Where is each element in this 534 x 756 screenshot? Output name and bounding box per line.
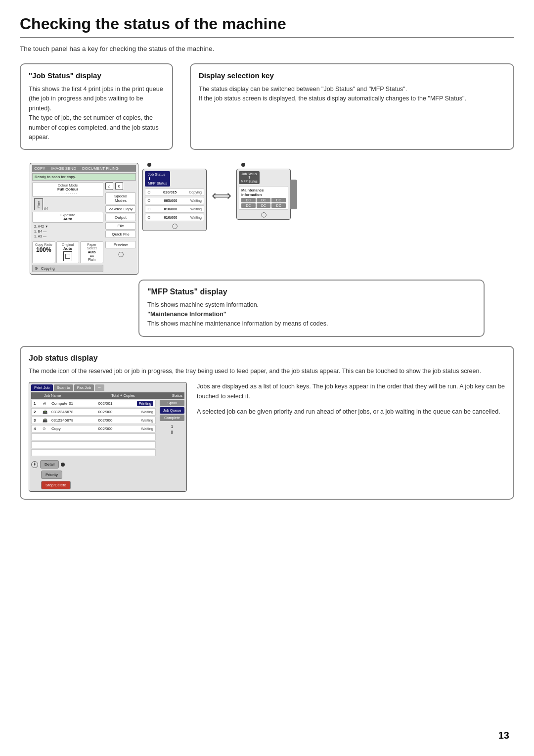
mfp-maintenance-title: Maintenanceinformation <box>241 188 286 197</box>
jl-tab-fax[interactable]: Fax Job <box>74 384 94 391</box>
tp-colour-mode-label: Colour Mode <box>34 184 101 187</box>
tp-tab-image-send: IMAGE SEND <box>51 166 76 171</box>
jl-row-3[interactable]: 3 📠 0312345678 002/000 Waiting <box>31 417 156 424</box>
display-selection-title: Display selection key <box>199 71 505 80</box>
mfp-dc-grid: DC DC DC DC DC DC <box>241 198 286 208</box>
tp-copy-status: ⊙ Copying <box>32 265 103 272</box>
job-status-section-title: Job status display <box>29 354 505 363</box>
job-desc-right: Jobs are displayed as a list of touch ke… <box>197 382 505 423</box>
mfp-dc-3: DC <box>271 198 286 202</box>
detail-callout-dot <box>61 463 65 467</box>
js-tab-job[interactable]: Job Status⬆MFP Status <box>145 171 170 187</box>
tp-quick-file-btn[interactable]: Quick File <box>105 231 136 238</box>
tp-preview-btn[interactable]: Preview <box>105 241 136 248</box>
jl-stop-delete-btn[interactable]: Stop/Delete <box>41 481 71 489</box>
tp-copy-status-text: Copying <box>41 266 55 271</box>
jl-job-queue-btn[interactable]: Job Queue <box>160 407 184 414</box>
job-status-section: Job status display The mode icon of the … <box>20 346 514 500</box>
jl-bottom-buttons: ⬇ Detail <box>31 460 184 469</box>
tp-ready-text: Ready to scan for copy. <box>35 175 76 179</box>
job-status-section-desc: The mode icon of the reserved job or job… <box>29 367 505 376</box>
mfp-dc-1: DC <box>241 198 256 202</box>
mfp-maintenance-desc: "Maintenance Information" This shows mac… <box>147 310 476 329</box>
tp-exposure-label: Exposure <box>34 213 101 217</box>
mfp-dc-6: DC <box>271 203 286 208</box>
js-row-4: ⊙ 010/000 Waiting <box>145 214 204 221</box>
job-status-panel-title: "Job Status" display <box>29 71 164 80</box>
tp-two-sided-btn[interactable]: 2-Sided Copy <box>105 205 136 213</box>
jl-tab-scan[interactable]: Scan to <box>54 384 73 391</box>
mfp-tabs: Job Status⬆MFP Status <box>239 171 288 184</box>
tp-special-modes-panel: ⌂ 0 Special Modes 2-Sided Copy Output Fi… <box>105 182 136 272</box>
jl-row-4[interactable]: 4 ⊙ Copy 002/000 Waiting <box>31 425 156 432</box>
tp-ready-status: Ready to scan for copy. <box>32 173 136 181</box>
mfp-maintenance-section: Maintenanceinformation DC DC DC DC DC DC <box>239 186 288 210</box>
mfp-dc-2: DC <box>257 198 271 202</box>
arrow-icon: ⟺ <box>212 188 231 204</box>
tp-colour-mode: Colour Mode Full Colour · · · · · · · · … <box>32 182 103 197</box>
tp-copy-ratio: Copy Ratio 100% <box>32 241 55 263</box>
display-selection-desc: The status display can be switched betwe… <box>199 85 505 104</box>
tp-original: Original Auto <box>56 241 80 263</box>
tp-copy-ratio-value: 100% <box>36 246 51 253</box>
jl-row-5-empty <box>31 433 156 440</box>
jl-tab-extra[interactable]: ··· <box>95 384 104 391</box>
tp-tab-document-filing: DOCUMENT FILING <box>82 166 119 171</box>
jl-tab-print[interactable]: Print Job <box>31 384 53 391</box>
diagram-area: COPY IMAGE SEND DOCUMENT FILING Ready to… <box>30 158 514 274</box>
page-title: Checking the status of the machine <box>20 15 514 38</box>
right-sidebar-tab <box>290 180 297 209</box>
job-status-display-panel: Job Status⬆MFP Status ⊙ 020/015 Copying … <box>142 169 207 231</box>
intro-text: The touch panel has a key for checking t… <box>20 45 514 52</box>
jl-complete-btn[interactable]: Complete <box>160 415 184 421</box>
job-status-diagram: Print Job Scan to Fax Job ··· Job Name T… <box>29 382 505 492</box>
js-row-3: ⊙ 010/000 Waiting <box>145 205 204 213</box>
tp-paper-select: Paper Select Auto A4 Plain <box>80 241 103 263</box>
job-list-panel: Print Job Scan to Fax Job ··· Job Name T… <box>29 382 187 492</box>
jl-priority-btn[interactable]: Priority <box>41 471 62 479</box>
js-tabs: Job Status⬆MFP Status <box>145 171 204 187</box>
tp-exposure: Exposure Auto <box>32 212 103 223</box>
job-status-callout-dot <box>147 163 151 167</box>
mfp-status-panel: Job Status⬆MFP Status Maintenanceinforma… <box>236 169 291 220</box>
tp-colour-mode-value: Full Colour <box>57 187 78 191</box>
jl-spool-btn[interactable]: Spool <box>160 400 184 406</box>
tp-special-modes-btn[interactable]: Special Modes <box>105 192 136 204</box>
job-desc-2: A selected job can be given priority and… <box>197 407 505 417</box>
mfp-status-display-desc: This shows machine system information. <box>147 300 476 310</box>
mfp-status-callout-dot <box>241 163 245 167</box>
jl-detail-btn[interactable]: Detail <box>40 460 59 469</box>
tp-file-btn[interactable]: File <box>105 222 136 230</box>
mfp-dc-5: DC <box>257 203 271 208</box>
jl-side-buttons: Spool Job Queue Complete 1 ⬇ <box>160 400 184 457</box>
jl-row-6-empty <box>31 441 156 448</box>
jl-row-7-empty <box>31 449 156 456</box>
tp-top-bar: COPY IMAGE SEND DOCUMENT FILING <box>32 165 136 172</box>
js-row-1: ⊙ 020/015 Copying <box>145 189 204 196</box>
job-status-panel: "Job Status" display This shows the firs… <box>20 63 173 150</box>
jl-row-1[interactable]: 1 🖨 Computer01 002/001 Printing <box>31 400 156 407</box>
mfp-maintenance-text: This shows machine maintenance informati… <box>147 320 328 327</box>
tp-tab-copy: COPY <box>34 166 45 171</box>
job-status-panel-desc: This shows the first 4 print jobs in the… <box>29 85 164 142</box>
mfp-tab-job[interactable]: Job Status⬆MFP Status <box>239 171 260 184</box>
tp-output-btn[interactable]: Output <box>105 214 136 221</box>
mfp-status-display-title: "MFP Status" display <box>147 287 476 296</box>
display-selection-panel: Display selection key The status display… <box>190 63 514 150</box>
tp-exposure-value: Auto <box>63 217 72 221</box>
touch-panel: COPY IMAGE SEND DOCUMENT FILING Ready to… <box>30 163 138 274</box>
jl-row-2[interactable]: 2 📠 0312345678 002/000 Waiting <box>31 408 156 416</box>
jl-tabs: Print Job Scan to Fax Job ··· <box>31 384 184 391</box>
mfp-dc-4: DC <box>241 203 256 208</box>
job-desc-1: Jobs are displayed as a list of touch ke… <box>197 382 505 401</box>
page-number: 13 <box>498 730 509 741</box>
mfp-maintenance-bold: "Maintenance Information" <box>147 311 226 318</box>
jl-table-header: Job Name Total + Copies Status <box>31 392 184 399</box>
js-row-2: ⊙ 065/000 Waiting <box>145 197 204 204</box>
mfp-status-display-panel: "MFP Status" display This shows machine … <box>138 280 485 337</box>
